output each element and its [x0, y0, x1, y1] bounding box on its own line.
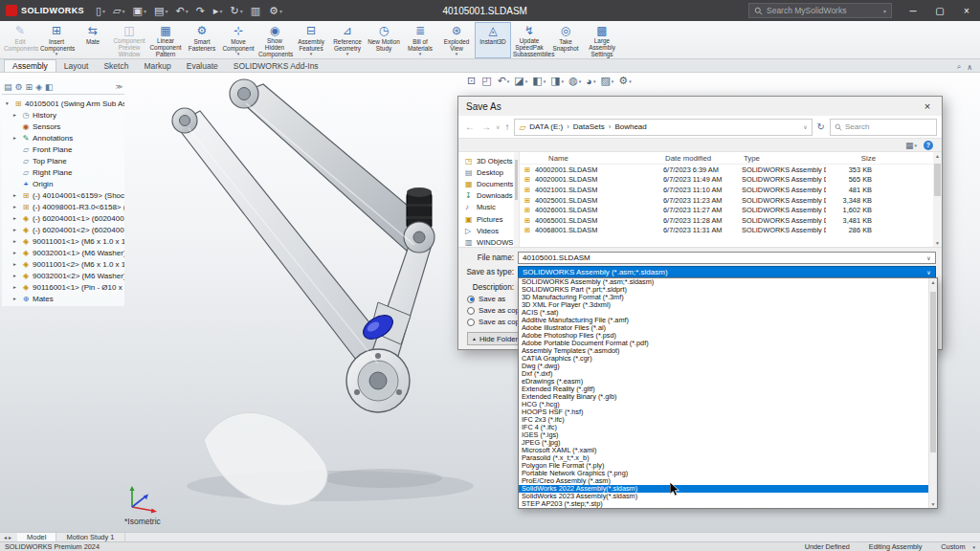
- view-tool-button[interactable]: ◪ ▾: [512, 74, 529, 88]
- expander-icon[interactable]: ▸: [13, 261, 21, 267]
- dropdown-option[interactable]: 3D XML For Player (*.3dxml): [519, 301, 928, 309]
- view-tool-button[interactable]: ◕ ▾: [584, 74, 597, 88]
- dropdown-option[interactable]: STEP AP203 (*.step;*.stp): [519, 500, 928, 508]
- expander-icon[interactable]: ▸: [13, 135, 21, 141]
- dropdown-option[interactable]: Polygon File Format (*.ply): [519, 462, 928, 470]
- view-tool-button[interactable]: ◰: [479, 74, 494, 88]
- chevron-down-icon[interactable]: ∨: [923, 269, 935, 276]
- menu-icon-button[interactable]: ▯ ▾: [92, 0, 109, 21]
- ribbon-button[interactable]: ⊿ Reference Geometry ▾: [329, 22, 366, 58]
- places-item[interactable]: ▥ WINDOWS (C:): [458, 236, 519, 247]
- tree-item[interactable]: ▸ ◈ 90011001<1> (M6 x 1.0 x 12 SKT: [2, 235, 124, 247]
- dropdown-option[interactable]: Extended Reality Binary (*.glb): [519, 393, 928, 401]
- ribbon-button[interactable]: ⇆ Mate: [75, 22, 111, 58]
- status-item[interactable]: Under Defined: [805, 542, 850, 551]
- chevron-down-icon[interactable]: ∨: [923, 254, 935, 261]
- window-button[interactable]: ─: [900, 0, 926, 21]
- panel-tab[interactable]: ⊞: [26, 82, 33, 92]
- ribbon-button[interactable]: ◫ Component Preview Window: [111, 22, 147, 58]
- places-item[interactable]: ↧ Downloads: [458, 190, 519, 202]
- chevron-down-icon[interactable]: ∨: [803, 123, 807, 130]
- dropdown-option[interactable]: Parasolid (*.x_t;*.x_b): [519, 454, 928, 462]
- tab-scroll-arrows[interactable]: ◂▸: [0, 534, 17, 540]
- dropdown-option[interactable]: 3D Manufacturing Format (*.3mf): [519, 294, 928, 301]
- ribbon-button[interactable]: ▩ Large Assembly Settings ▾: [584, 22, 620, 58]
- collapse-ribbon-icon[interactable]: ∧: [967, 63, 972, 72]
- menu-icon-button[interactable]: ⚙ ▾: [265, 0, 286, 21]
- breadcrumb-segment[interactable]: DATA (E:): [529, 122, 573, 131]
- dropdown-option[interactable]: CATIA Graphics (*.cgr): [519, 355, 928, 363]
- titlebar-search[interactable]: ▾: [748, 3, 892, 18]
- dropdown-option[interactable]: SOLIDWORKS Part (*.prt;*.sldprt): [519, 286, 928, 294]
- expander-icon[interactable]: ▸: [13, 192, 21, 198]
- ribbon-button[interactable]: ⊞ Insert Components ▾: [38, 22, 75, 58]
- dropdown-scrollbar[interactable]: ▲ ▼: [928, 278, 937, 508]
- expander-icon[interactable]: ▸: [13, 296, 21, 301]
- expander-icon[interactable]: ▸: [13, 238, 21, 244]
- dropdown-option[interactable]: Adobe Illustrator Files (*.ai): [519, 324, 928, 332]
- ribbon-button[interactable]: ↯ Update SpeedPak Subassemblies: [511, 22, 547, 58]
- file-row[interactable]: ⊞ 40026001.SLDASM 6/7/2023 11:27 AM SOLI…: [520, 205, 942, 215]
- dropdown-option[interactable]: IGES (*.igs): [519, 431, 928, 439]
- file-row[interactable]: ⊞ 40065001.SLDASM 6/7/2023 11:28 AM SOLI…: [520, 215, 942, 226]
- scroll-down-icon[interactable]: ▼: [929, 501, 937, 507]
- sidebar-scrollbar[interactable]: [514, 152, 519, 247]
- status-item[interactable]: Editing Assembly: [869, 542, 923, 551]
- ribbon-button[interactable]: ◎ Take Snapshot: [547, 22, 584, 58]
- tree-item[interactable]: ▾ ⊞ 40105001 (Swing Arm Sub Assembly): [2, 98, 124, 109]
- panel-expand-chevron-icon[interactable]: ≫: [116, 83, 122, 91]
- tree-item[interactable]: ▱ Right Plane: [2, 166, 124, 178]
- menu-icon-button[interactable]: ▣ ▾: [129, 0, 150, 21]
- dropdown-option[interactable]: HCG (*.hcg): [519, 401, 928, 408]
- tree-item[interactable]: ▱ Front Plane: [2, 143, 124, 155]
- ribbon-button[interactable]: ⊛ Exploded View ▾: [438, 22, 475, 58]
- file-row[interactable]: ⊞ 40068001.SLDASM 6/7/2023 11:31 AM SOLI…: [520, 226, 942, 236]
- expander-icon[interactable]: ▸: [13, 204, 21, 209]
- dropdown-option[interactable]: Dwg (*.dwg): [519, 363, 928, 370]
- panel-tab[interactable]: ⚙: [15, 82, 23, 92]
- tree-item[interactable]: ▸ ⊞ (-) 40104001<6159> (Shock Tower Asse: [2, 189, 124, 201]
- up-icon[interactable]: ↑: [502, 121, 511, 132]
- expander-icon[interactable]: ▸: [13, 227, 21, 232]
- breadcrumb-segment[interactable]: DataSets: [573, 122, 615, 131]
- tree-item[interactable]: ▸ ◈ (-) 60204001<1> (60204001): [2, 212, 124, 224]
- dropdown-option[interactable]: ACIS (*.sat): [519, 309, 928, 317]
- file-list-scrollbar[interactable]: ▲ ▼: [933, 152, 942, 247]
- command-tab[interactable]: Assembly: [4, 59, 56, 72]
- tree-item[interactable]: ▸ ◈ 90032001<1> (M6 Washer): [2, 247, 124, 258]
- tree-item[interactable]: ▸ ◈ 90116001<1> (Pin - Ø10 x 72.5m: [2, 281, 124, 293]
- chevron-down-icon[interactable]: ▾: [972, 544, 975, 550]
- search-commands-icon[interactable]: ⌕: [957, 62, 961, 72]
- tree-item[interactable]: ▸ ◈ 90011001<2> (M6 x 1.0 x 12 SKT: [2, 258, 124, 270]
- 3d-model[interactable]: [91, 77, 474, 526]
- help-icon[interactable]: ?: [924, 141, 933, 150]
- dropdown-option[interactable]: Assembly Templates (*.asmdot): [519, 347, 928, 355]
- dropdown-option[interactable]: HOOPS HSF (*.hsf): [519, 408, 928, 416]
- view-tool-button[interactable]: ⚙ ▾: [616, 74, 633, 88]
- places-item[interactable]: ♪ Music: [458, 202, 519, 213]
- dropdown-option[interactable]: JPEG (*.jpg): [519, 439, 928, 447]
- expander-icon[interactable]: ▸: [13, 215, 21, 221]
- command-tab[interactable]: Evaluate: [179, 59, 226, 72]
- dropdown-option[interactable]: SolidWorks 2023 Assembly(*.sldasm): [519, 493, 928, 500]
- chevron-down-icon[interactable]: ▾: [883, 8, 886, 14]
- menu-icon-button[interactable]: ▸ ▾: [210, 0, 227, 21]
- breadcrumb-segment[interactable]: Bowhead: [614, 122, 646, 131]
- dropdown-option[interactable]: IFC 2x3 (*.ifc): [519, 416, 928, 424]
- view-tool-button[interactable]: ◍ ▾: [567, 74, 583, 88]
- ribbon-button[interactable]: ⊹ Move Component ▾: [220, 22, 256, 58]
- dialog-titlebar[interactable]: Save As ×: [458, 97, 942, 116]
- ribbon-button[interactable]: ≣ Bill of Materials ▾: [402, 22, 438, 58]
- dropdown-option[interactable]: SolidWorks 2022 Assembly(*.sldasm): [519, 485, 928, 493]
- ribbon-button[interactable]: ✎ Edit Components: [2, 22, 38, 58]
- dropdown-option[interactable]: eDrawings (*.easm): [519, 378, 928, 386]
- panel-tab[interactable]: ◈: [35, 82, 42, 92]
- scroll-down-icon[interactable]: ▼: [935, 240, 940, 246]
- menu-icon-button[interactable]: ▥: [247, 0, 265, 21]
- status-item[interactable]: Custom: [941, 542, 965, 551]
- expander-icon[interactable]: ▸: [13, 250, 21, 255]
- expander-icon[interactable]: ▸: [13, 273, 21, 278]
- panel-tab[interactable]: ◧: [45, 82, 54, 92]
- window-button[interactable]: ▢: [926, 0, 953, 21]
- dropdown-option[interactable]: ProE/Creo Assembly (*.asm): [519, 477, 928, 485]
